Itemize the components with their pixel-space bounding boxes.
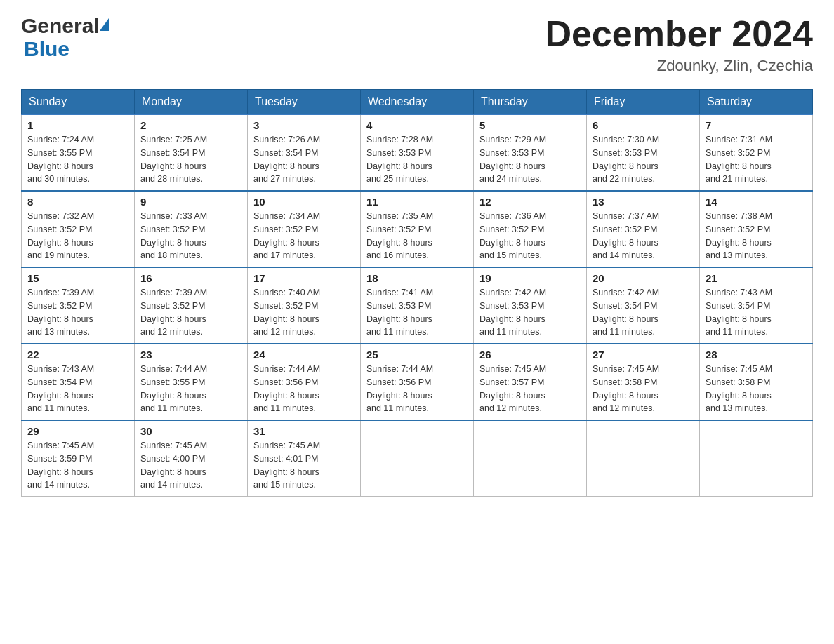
calendar-cell: 30 Sunrise: 7:45 AM Sunset: 4:00 PM Dayl… xyxy=(135,420,248,497)
calendar-week-row: 15 Sunrise: 7:39 AM Sunset: 3:52 PM Dayl… xyxy=(22,267,813,344)
calendar-cell: 23 Sunrise: 7:44 AM Sunset: 3:55 PM Dayl… xyxy=(135,344,248,420)
calendar-cell: 19 Sunrise: 7:42 AM Sunset: 3:53 PM Dayl… xyxy=(474,267,587,344)
day-number: 22 xyxy=(27,349,128,361)
calendar-cell xyxy=(587,420,700,497)
calendar-cell: 28 Sunrise: 7:45 AM Sunset: 3:58 PM Dayl… xyxy=(700,344,813,420)
day-number: 4 xyxy=(366,119,468,131)
logo-triangle-icon xyxy=(100,18,109,31)
calendar-cell xyxy=(361,420,474,497)
day-number: 7 xyxy=(706,119,807,131)
weekday-header: Monday xyxy=(135,90,248,115)
day-number: 19 xyxy=(479,272,581,284)
day-info: Sunrise: 7:42 AM Sunset: 3:54 PM Dayligh… xyxy=(593,286,694,339)
day-number: 28 xyxy=(706,349,807,361)
day-info: Sunrise: 7:42 AM Sunset: 3:53 PM Dayligh… xyxy=(479,286,581,339)
weekday-header: Saturday xyxy=(700,90,813,115)
day-info: Sunrise: 7:43 AM Sunset: 3:54 PM Dayligh… xyxy=(27,363,128,415)
calendar-cell: 22 Sunrise: 7:43 AM Sunset: 3:54 PM Dayl… xyxy=(22,344,135,420)
day-number: 12 xyxy=(479,196,581,208)
calendar-cell: 16 Sunrise: 7:39 AM Sunset: 3:52 PM Dayl… xyxy=(135,267,248,344)
day-info: Sunrise: 7:32 AM Sunset: 3:52 PM Dayligh… xyxy=(27,210,128,262)
day-number: 9 xyxy=(140,196,241,208)
day-number: 21 xyxy=(706,272,807,284)
calendar-cell: 18 Sunrise: 7:41 AM Sunset: 3:53 PM Dayl… xyxy=(361,267,474,344)
day-info: Sunrise: 7:30 AM Sunset: 3:53 PM Dayligh… xyxy=(593,133,694,186)
day-info: Sunrise: 7:29 AM Sunset: 3:53 PM Dayligh… xyxy=(479,133,581,186)
calendar-cell: 11 Sunrise: 7:35 AM Sunset: 3:52 PM Dayl… xyxy=(361,191,474,267)
day-info: Sunrise: 7:39 AM Sunset: 3:52 PM Dayligh… xyxy=(140,286,241,339)
calendar-table: SundayMondayTuesdayWednesdayThursdayFrid… xyxy=(21,89,813,497)
calendar-cell: 12 Sunrise: 7:36 AM Sunset: 3:52 PM Dayl… xyxy=(474,191,587,267)
day-info: Sunrise: 7:24 AM Sunset: 3:55 PM Dayligh… xyxy=(27,133,128,186)
weekday-header: Sunday xyxy=(22,90,135,115)
day-info: Sunrise: 7:43 AM Sunset: 3:54 PM Dayligh… xyxy=(706,286,807,339)
calendar-cell xyxy=(474,420,587,497)
day-info: Sunrise: 7:36 AM Sunset: 3:52 PM Dayligh… xyxy=(479,210,581,262)
calendar-cell: 5 Sunrise: 7:29 AM Sunset: 3:53 PM Dayli… xyxy=(474,114,587,191)
day-number: 13 xyxy=(593,196,694,208)
day-number: 11 xyxy=(366,196,468,208)
calendar-cell: 14 Sunrise: 7:38 AM Sunset: 3:52 PM Dayl… xyxy=(700,191,813,267)
day-number: 8 xyxy=(27,196,128,208)
page-header: General Blue December 2024 Zdounky, Zlin… xyxy=(21,14,813,75)
calendar-week-row: 22 Sunrise: 7:43 AM Sunset: 3:54 PM Dayl… xyxy=(22,344,813,420)
calendar-cell: 4 Sunrise: 7:28 AM Sunset: 3:53 PM Dayli… xyxy=(361,114,474,191)
day-number: 3 xyxy=(253,119,355,131)
day-number: 30 xyxy=(140,425,241,437)
calendar-cell: 29 Sunrise: 7:45 AM Sunset: 3:59 PM Dayl… xyxy=(22,420,135,497)
logo-general: General xyxy=(21,14,100,37)
calendar-cell: 24 Sunrise: 7:44 AM Sunset: 3:56 PM Dayl… xyxy=(248,344,361,420)
calendar-cell: 8 Sunrise: 7:32 AM Sunset: 3:52 PM Dayli… xyxy=(22,191,135,267)
calendar-cell: 27 Sunrise: 7:45 AM Sunset: 3:58 PM Dayl… xyxy=(587,344,700,420)
calendar-cell xyxy=(700,420,813,497)
day-info: Sunrise: 7:45 AM Sunset: 4:00 PM Dayligh… xyxy=(140,439,241,492)
day-number: 23 xyxy=(140,349,241,361)
day-info: Sunrise: 7:40 AM Sunset: 3:52 PM Dayligh… xyxy=(253,286,355,339)
day-info: Sunrise: 7:31 AM Sunset: 3:52 PM Dayligh… xyxy=(706,133,807,186)
day-info: Sunrise: 7:45 AM Sunset: 3:58 PM Dayligh… xyxy=(706,363,807,415)
calendar-cell: 6 Sunrise: 7:30 AM Sunset: 3:53 PM Dayli… xyxy=(587,114,700,191)
day-number: 25 xyxy=(366,349,468,361)
day-number: 16 xyxy=(140,272,241,284)
day-number: 14 xyxy=(706,196,807,208)
day-number: 26 xyxy=(479,349,581,361)
weekday-header: Friday xyxy=(587,90,700,115)
weekday-header: Wednesday xyxy=(361,90,474,115)
day-info: Sunrise: 7:33 AM Sunset: 3:52 PM Dayligh… xyxy=(140,210,241,262)
title-section: December 2024 Zdounky, Zlin, Czechia xyxy=(545,14,813,75)
day-info: Sunrise: 7:39 AM Sunset: 3:52 PM Dayligh… xyxy=(27,286,128,339)
day-info: Sunrise: 7:44 AM Sunset: 3:56 PM Dayligh… xyxy=(253,363,355,415)
day-number: 27 xyxy=(593,349,694,361)
day-info: Sunrise: 7:26 AM Sunset: 3:54 PM Dayligh… xyxy=(253,133,355,186)
day-info: Sunrise: 7:44 AM Sunset: 3:55 PM Dayligh… xyxy=(140,363,241,415)
location-subtitle: Zdounky, Zlin, Czechia xyxy=(545,57,813,75)
weekday-header-row: SundayMondayTuesdayWednesdayThursdayFrid… xyxy=(22,90,813,115)
calendar-week-row: 1 Sunrise: 7:24 AM Sunset: 3:55 PM Dayli… xyxy=(22,114,813,191)
logo: General Blue xyxy=(21,14,109,60)
calendar-cell: 15 Sunrise: 7:39 AM Sunset: 3:52 PM Dayl… xyxy=(22,267,135,344)
calendar-cell: 25 Sunrise: 7:44 AM Sunset: 3:56 PM Dayl… xyxy=(361,344,474,420)
calendar-week-row: 29 Sunrise: 7:45 AM Sunset: 3:59 PM Dayl… xyxy=(22,420,813,497)
calendar-cell: 1 Sunrise: 7:24 AM Sunset: 3:55 PM Dayli… xyxy=(22,114,135,191)
calendar-cell: 10 Sunrise: 7:34 AM Sunset: 3:52 PM Dayl… xyxy=(248,191,361,267)
calendar-cell: 17 Sunrise: 7:40 AM Sunset: 3:52 PM Dayl… xyxy=(248,267,361,344)
calendar-cell: 13 Sunrise: 7:37 AM Sunset: 3:52 PM Dayl… xyxy=(587,191,700,267)
weekday-header: Thursday xyxy=(474,90,587,115)
calendar-cell: 3 Sunrise: 7:26 AM Sunset: 3:54 PM Dayli… xyxy=(248,114,361,191)
day-number: 5 xyxy=(479,119,581,131)
day-info: Sunrise: 7:45 AM Sunset: 3:59 PM Dayligh… xyxy=(27,439,128,492)
day-info: Sunrise: 7:37 AM Sunset: 3:52 PM Dayligh… xyxy=(593,210,694,262)
calendar-cell: 20 Sunrise: 7:42 AM Sunset: 3:54 PM Dayl… xyxy=(587,267,700,344)
calendar-week-row: 8 Sunrise: 7:32 AM Sunset: 3:52 PM Dayli… xyxy=(22,191,813,267)
day-number: 24 xyxy=(253,349,355,361)
calendar-cell: 26 Sunrise: 7:45 AM Sunset: 3:57 PM Dayl… xyxy=(474,344,587,420)
calendar-cell: 31 Sunrise: 7:45 AM Sunset: 4:01 PM Dayl… xyxy=(248,420,361,497)
day-number: 2 xyxy=(140,119,241,131)
day-number: 6 xyxy=(593,119,694,131)
day-number: 20 xyxy=(593,272,694,284)
day-info: Sunrise: 7:25 AM Sunset: 3:54 PM Dayligh… xyxy=(140,133,241,186)
day-info: Sunrise: 7:44 AM Sunset: 3:56 PM Dayligh… xyxy=(366,363,468,415)
day-info: Sunrise: 7:38 AM Sunset: 3:52 PM Dayligh… xyxy=(706,210,807,262)
day-number: 10 xyxy=(253,196,355,208)
day-number: 17 xyxy=(253,272,355,284)
